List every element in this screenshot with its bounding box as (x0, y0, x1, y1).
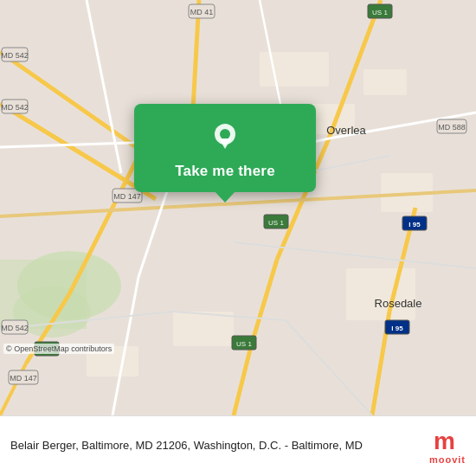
svg-text:US 1: US 1 (372, 9, 388, 16)
svg-text:MD 542: MD 542 (1, 324, 29, 332)
svg-rect-9 (173, 312, 234, 346)
svg-text:MD 147: MD 147 (113, 192, 141, 201)
take-me-there-button[interactable]: Take me there (134, 104, 316, 192)
svg-text:US 1: US 1 (236, 340, 252, 348)
svg-point-65 (220, 129, 230, 139)
svg-text:I 95: I 95 (408, 221, 421, 228)
svg-rect-6 (363, 69, 407, 95)
moovit-logo-mark: m (432, 428, 463, 453)
svg-text:Overlea: Overlea (326, 124, 366, 137)
address-text: Belair Berger, Baltimore, MD 21206, Wash… (10, 438, 421, 453)
moovit-logo: m moovit (429, 428, 466, 465)
svg-text:m: m (434, 428, 454, 453)
svg-text:MD 147: MD 147 (10, 374, 37, 383)
bottom-bar: Belair Berger, Baltimore, MD 21206, Wash… (0, 415, 476, 476)
moovit-logo-text: moovit (429, 454, 466, 465)
svg-text:MD 588: MD 588 (438, 123, 466, 132)
svg-rect-3 (0, 260, 87, 329)
take-me-there-label: Take me there (175, 163, 275, 180)
svg-text:MD 41: MD 41 (190, 8, 214, 16)
svg-text:Rosedale: Rosedale (375, 297, 422, 310)
svg-marker-66 (219, 138, 231, 149)
map-container: MD 542 MD 542 MD 542 MD 41 US 1 US 1 US … (0, 0, 476, 415)
location-pin-icon (208, 119, 242, 154)
svg-rect-8 (346, 268, 415, 320)
svg-text:I 95: I 95 (391, 325, 403, 332)
svg-text:MD 542: MD 542 (1, 103, 29, 112)
osm-attribution: © OpenStreetMap contributors (3, 344, 114, 354)
svg-text:MD 542: MD 542 (1, 51, 29, 60)
svg-text:US 1: US 1 (268, 219, 284, 227)
